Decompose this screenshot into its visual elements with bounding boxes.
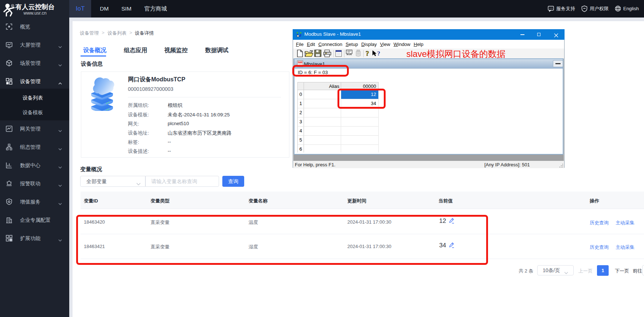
svg-text:R: R — [12, 5, 13, 7]
svg-text:?: ? — [377, 50, 380, 57]
svg-text:?: ? — [366, 50, 369, 57]
